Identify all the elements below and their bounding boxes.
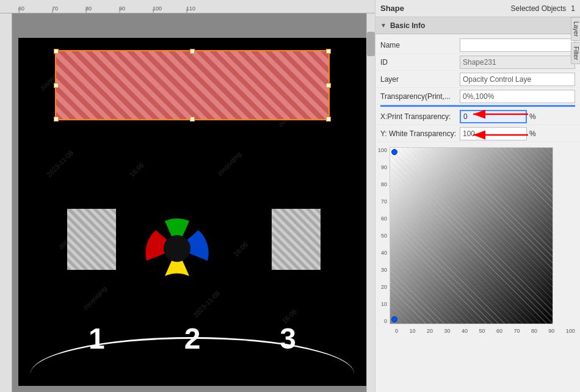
- gradient-hatching: [390, 148, 553, 324]
- layer-label: Layer: [380, 75, 460, 84]
- panel-header-right: Selected Objects 1: [511, 4, 575, 13]
- x-label-10: 10: [409, 328, 415, 334]
- color-wheel: [131, 203, 223, 294]
- ruler-top: 60 70 80 90 100 110: [0, 0, 375, 13]
- y-axis: 100 90 80 70 60 50 40 30 20 10 0: [378, 147, 390, 324]
- id-input[interactable]: [460, 56, 575, 69]
- layer-input[interactable]: [460, 73, 575, 86]
- y-label-30: 30: [381, 267, 387, 273]
- blue-dot-bottom-left[interactable]: [391, 316, 397, 322]
- handle-bot-mid[interactable]: [190, 117, 195, 122]
- y-label-10: 10: [381, 301, 387, 307]
- y-label-0: 0: [384, 318, 387, 324]
- watermark: zouyuqing: [81, 285, 108, 311]
- filter-tab[interactable]: Filter: [571, 42, 580, 64]
- form-row-id: ID: [375, 54, 580, 71]
- gradient-chart-container: 100 90 80 70 60 50 40 30 20 10 0: [375, 145, 580, 327]
- id-label: ID: [380, 58, 460, 67]
- layer-tab[interactable]: Layer: [571, 17, 580, 41]
- x-label-60: 60: [496, 328, 502, 334]
- watermark: 16:06: [128, 161, 145, 178]
- ruler-mark: 70: [52, 5, 85, 12]
- name-input[interactable]: [460, 38, 575, 52]
- y-label-100: 100: [378, 147, 387, 153]
- canvas-area: 60 70 80 90 100 110 zouyuqing 2023-11-08…: [0, 0, 375, 392]
- form-row-name: Name: [375, 37, 580, 54]
- x-label-50: 50: [479, 328, 485, 334]
- name-label: Name: [380, 41, 460, 49]
- x-label-40: 40: [462, 328, 468, 334]
- y-label-20: 20: [381, 284, 387, 290]
- handle-top-right[interactable]: [326, 49, 331, 54]
- canvas-content[interactable]: zouyuqing 2023-11-08 16:06 zouyuqing 202…: [12, 13, 375, 392]
- selected-rect[interactable]: [55, 50, 330, 120]
- selected-count: 1: [571, 4, 575, 13]
- form-row-transparency: Transparency(Print,...: [375, 88, 580, 105]
- x-print-label: X:Print Transparency:: [380, 112, 460, 121]
- ruler-mark: 60: [18, 5, 52, 12]
- panel-shape-label: Shape: [380, 4, 404, 13]
- panel-header: Shape Selected Objects 1: [375, 0, 580, 17]
- x-axis: 0 10 20 30 40 50 60 70 80 90 100: [375, 327, 580, 335]
- scrollbar-thumb[interactable]: [367, 32, 375, 56]
- ruler-mark: 80: [85, 5, 119, 12]
- watermark: 2023-11-08: [45, 149, 74, 178]
- form-row-layer: Layer: [375, 71, 580, 88]
- y-label-40: 40: [381, 250, 387, 256]
- transparency-label: Transparency(Print,...: [380, 92, 460, 101]
- y-white-label: Y: White Transparency:: [380, 129, 460, 138]
- selected-objects-label: Selected Objects: [511, 4, 567, 13]
- x-label-100: 100: [566, 328, 575, 334]
- ruler-mark: 110: [186, 5, 220, 12]
- panel-header-left: Shape: [380, 4, 404, 13]
- blue-dot-top-left[interactable]: [391, 149, 397, 155]
- gray-box-left: [67, 209, 116, 270]
- y-label-50: 50: [381, 233, 387, 239]
- gradient-canvas[interactable]: [390, 147, 553, 324]
- handle-mid-right[interactable]: [326, 83, 331, 88]
- x-label-80: 80: [531, 328, 537, 334]
- gray-box-right: [272, 209, 321, 270]
- section-title-basic-info: Basic Info: [390, 21, 425, 30]
- red-arrows-svg: [467, 108, 540, 157]
- section-header-basic-info[interactable]: ▼ Basic Info: [375, 17, 580, 34]
- y-label-90: 90: [381, 164, 387, 170]
- highlight-bar: [380, 105, 575, 107]
- x-label-30: 30: [444, 328, 450, 334]
- transparency-input[interactable]: [460, 90, 575, 103]
- ruler-mark: 100: [153, 5, 186, 12]
- y-label-60: 60: [381, 216, 387, 222]
- x-label-20: 20: [427, 328, 433, 334]
- x-label-90: 90: [548, 328, 554, 334]
- x-label-70: 70: [513, 328, 520, 334]
- handle-top-mid[interactable]: [190, 49, 195, 54]
- vertical-scrollbar[interactable]: [366, 13, 375, 392]
- y-label-80: 80: [381, 181, 387, 187]
- handle-mid-left[interactable]: [54, 83, 59, 88]
- x-label-0: 0: [395, 328, 398, 334]
- watermark: zouyuqing: [216, 150, 242, 177]
- handle-bot-right[interactable]: [326, 117, 331, 122]
- handle-bot-left[interactable]: [54, 117, 59, 122]
- right-panel: Shape Selected Objects 1 Layer Filter ▼ …: [375, 0, 580, 392]
- side-tabs: Layer Filter: [571, 17, 580, 65]
- svg-point-0: [164, 235, 190, 262]
- watermark: 16:06: [232, 241, 249, 258]
- y-label-70: 70: [381, 198, 387, 205]
- section-collapse-arrow: ▼: [380, 22, 386, 29]
- ruler-mark: 90: [119, 5, 153, 12]
- ruler-left: [0, 13, 12, 392]
- handle-top-left[interactable]: [54, 49, 59, 54]
